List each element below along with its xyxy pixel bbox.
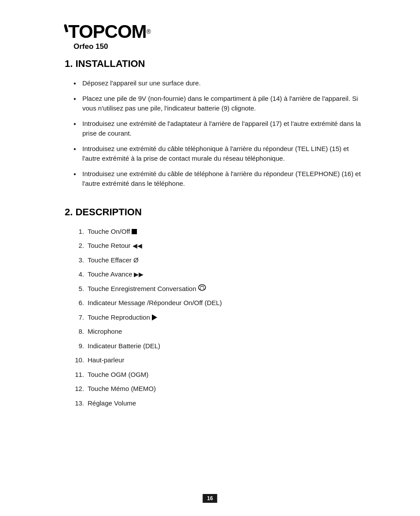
list-item: Déposez l'appareil sur une surface dure. <box>74 78 364 88</box>
list-item: 9. Indicateur Batterie (DEL) <box>74 341 364 351</box>
rewind-icon: ◀◀ <box>133 241 142 251</box>
item-label: Touche Mémo (MEMO) <box>88 384 156 394</box>
item-label: Touche On/Off <box>88 227 130 237</box>
play-icon <box>152 314 157 321</box>
item-label: Touche Avance <box>88 269 132 280</box>
list-item: 6. Indicateur Message /Répondeur On/Off … <box>74 298 364 308</box>
item-label: Indicateur Message /Répondeur On/Off (DE… <box>88 298 222 308</box>
list-item: 11. Touche OGM (OGM) <box>74 370 364 380</box>
description-numbered-list: 1. Touche On/Off 2. Touche Retour ◀◀ 3. … <box>74 227 364 409</box>
item-label: Touche OGM (OGM) <box>88 370 148 380</box>
record-icon <box>198 284 206 294</box>
square-icon <box>132 229 137 234</box>
item-label: Touche Retour <box>88 241 131 251</box>
list-item: 10. Haut-parleur <box>74 355 364 365</box>
installation-bullet-list: Déposez l'appareil sur une surface dure.… <box>74 78 364 189</box>
item-label: Haut-parleur <box>88 355 124 365</box>
section-description: 2. DESCRIPTION 1. Touche On/Off 2. Touch… <box>65 206 364 409</box>
section-installation: 1. INSTALLATION Déposez l'appareil sur u… <box>65 58 364 189</box>
item-label: Réglage Volume <box>88 398 136 409</box>
list-item: Introduisez une extrémité du câble télép… <box>74 144 364 164</box>
item-label: Indicateur Batterie (DEL) <box>88 341 160 351</box>
list-item: Introduisez une extrémité du câble de té… <box>74 169 364 189</box>
section-1-heading: 1. INSTALLATION <box>65 58 364 70</box>
list-item: 13. Réglage Volume <box>74 398 364 409</box>
list-item: 2. Touche Retour ◀◀ <box>74 241 364 251</box>
logo: TOPCOM® <box>65 21 364 42</box>
fast-forward-icon: ▶▶ <box>134 270 144 279</box>
list-item: 3. Touche Effacer Ø <box>74 255 364 265</box>
logo-trademark: ® <box>147 28 151 35</box>
item-label: Touche Reproduction <box>88 313 150 323</box>
list-item: 8. Microphone <box>74 327 364 337</box>
item-label: Touche Effacer Ø <box>88 255 139 265</box>
list-item: 1. Touche On/Off <box>74 227 364 237</box>
list-item: 5. Touche Enregistrement Conversation <box>74 284 364 294</box>
logo-area: TOPCOM® Orfeo 150 <box>65 21 364 51</box>
section-2-heading: 2. DESCRIPTION <box>65 206 364 218</box>
item-label: Touche Enregistrement Conversation <box>88 284 196 294</box>
page-number: 16 <box>203 494 217 503</box>
logo-subtitle: Orfeo 150 <box>74 42 364 51</box>
logo-text: TOPCOM <box>68 21 147 42</box>
list-item: 7. Touche Reproduction <box>74 313 364 323</box>
item-label: Microphone <box>88 327 122 337</box>
page: TOPCOM® Orfeo 150 1. INSTALLATION Dépose… <box>38 0 382 516</box>
list-item: 4. Touche Avance ▶▶ <box>74 269 364 280</box>
list-item: Placez une pile de 9V (non-fournie) dans… <box>74 94 364 114</box>
logo-antenna-icon <box>64 24 68 33</box>
list-item: Introduisez une extrémité de l'adaptateu… <box>74 119 364 139</box>
list-item: 12. Touche Mémo (MEMO) <box>74 384 364 394</box>
svg-point-0 <box>199 284 206 290</box>
